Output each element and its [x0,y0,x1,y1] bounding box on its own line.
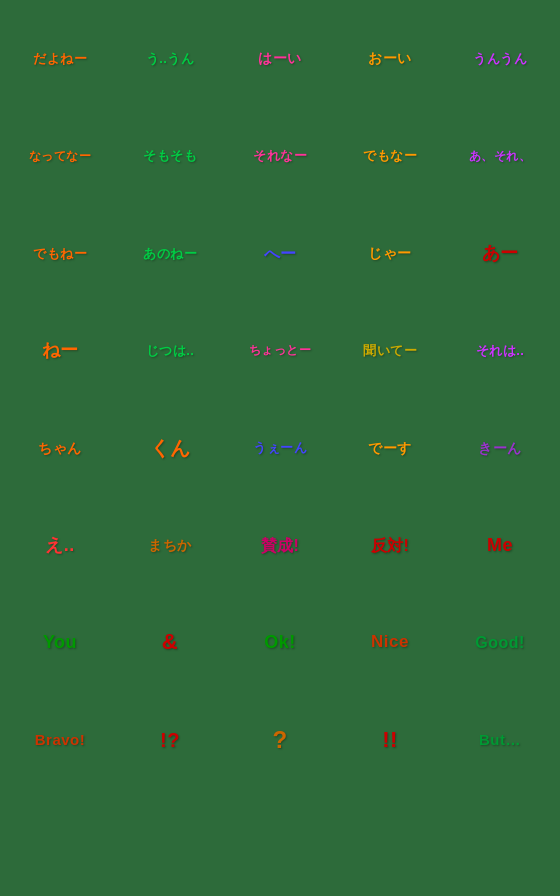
sticker-cell[interactable]: でーす [335,399,445,496]
sticker-cell[interactable]: Ok! [225,594,335,691]
sticker-cell[interactable]: じゃー [335,205,445,302]
sticker-cell[interactable]: でもなー [335,107,445,204]
sticker-label: 聞いてー [363,343,417,359]
sticker-label: おーい [368,50,412,67]
sticker-cell[interactable]: Good! [445,594,555,691]
sticker-label: でもなー [363,148,417,164]
sticker-label: あのねー [143,246,197,262]
sticker-cell[interactable]: & [115,594,225,691]
sticker-label: !! [382,727,398,753]
sticker-cell[interactable]: それなー [225,107,335,204]
sticker-label: Good! [475,633,525,652]
sticker-cell[interactable]: え.. [5,497,115,594]
sticker-cell[interactable]: 反対! [335,497,445,594]
sticker-label: だよねー [33,51,87,67]
sticker-label: 賛成! [261,536,300,555]
sticker-cell[interactable] [5,789,115,886]
sticker-label: それなー [253,148,307,164]
sticker-label: じゃー [368,245,412,262]
sticker-cell[interactable]: あー [445,205,555,302]
sticker-cell[interactable]: うぇーん [225,399,335,496]
sticker-cell[interactable]: ねー [5,302,115,399]
sticker-label: !? [160,728,180,752]
sticker-label: え.. [45,535,75,557]
sticker-label: Nice [371,632,409,652]
sticker-cell[interactable]: そもそも [115,107,225,204]
sticker-label: なってなー [29,149,92,163]
sticker-label: & [162,629,178,655]
sticker-label: そもそも [143,148,197,164]
sticker-grid: だよねーう..うんはーいおーいうんうんなってなーそもそもそれなーでもなーあ、それ… [0,0,560,896]
sticker-cell[interactable]: ? [225,691,335,788]
sticker-cell[interactable]: へー [225,205,335,302]
sticker-cell[interactable]: でもねー [5,205,115,302]
sticker-label: ちょっとー [249,343,312,357]
sticker-cell[interactable] [445,789,555,886]
sticker-cell[interactable]: まちか [115,497,225,594]
sticker-label: それは.. [476,343,525,359]
sticker-label: あ、それ、 [469,149,532,163]
sticker-label: はーい [258,50,302,67]
sticker-cell[interactable]: !! [335,691,445,788]
sticker-label: じつは.. [146,343,195,359]
sticker-cell[interactable]: それは.. [445,302,555,399]
sticker-cell[interactable]: じつは.. [115,302,225,399]
sticker-label: Bravo! [35,731,86,749]
sticker-cell[interactable]: ちゃん [5,399,115,496]
sticker-cell[interactable]: う..うん [115,10,225,107]
sticker-cell[interactable]: あ、それ、 [445,107,555,204]
sticker-cell[interactable]: Me [445,497,555,594]
sticker-label: へー [264,244,297,263]
sticker-cell[interactable]: はーい [225,10,335,107]
sticker-cell[interactable]: !? [115,691,225,788]
sticker-cell[interactable]: 賛成! [225,497,335,594]
sticker-label: でーす [368,440,412,457]
sticker-label: You [43,632,77,654]
sticker-cell[interactable]: うんうん [445,10,555,107]
sticker-label: でもねー [33,246,87,262]
sticker-cell[interactable]: だよねー [5,10,115,107]
sticker-cell[interactable]: きーん [445,399,555,496]
sticker-cell[interactable]: あのねー [115,205,225,302]
sticker-cell[interactable]: But… [445,691,555,788]
sticker-cell[interactable] [115,789,225,886]
sticker-label: But… [479,731,521,749]
sticker-label: うんうん [473,51,527,67]
sticker-label: うぇーん [253,440,307,456]
sticker-label: あー [482,243,519,265]
sticker-cell[interactable]: 聞いてー [335,302,445,399]
sticker-cell[interactable]: ちょっとー [225,302,335,399]
sticker-cell[interactable]: Bravo! [5,691,115,788]
sticker-cell[interactable]: You [5,594,115,691]
sticker-label: Me [487,535,513,557]
sticker-cell[interactable]: おーい [335,10,445,107]
sticker-cell[interactable]: なってなー [5,107,115,204]
sticker-label: 反対! [371,536,410,555]
sticker-cell[interactable]: くん [115,399,225,496]
sticker-label: くん [150,436,191,460]
sticker-cell[interactable] [335,789,445,886]
sticker-label: ねー [42,340,79,362]
sticker-cell[interactable]: Nice [335,594,445,691]
sticker-label: きーん [478,440,522,457]
sticker-label: う..うん [146,51,195,67]
sticker-label: まちか [148,537,192,554]
sticker-label: ? [272,726,287,755]
sticker-label: ちゃん [38,440,82,457]
sticker-label: Ok! [264,632,296,654]
sticker-cell[interactable] [225,789,335,886]
